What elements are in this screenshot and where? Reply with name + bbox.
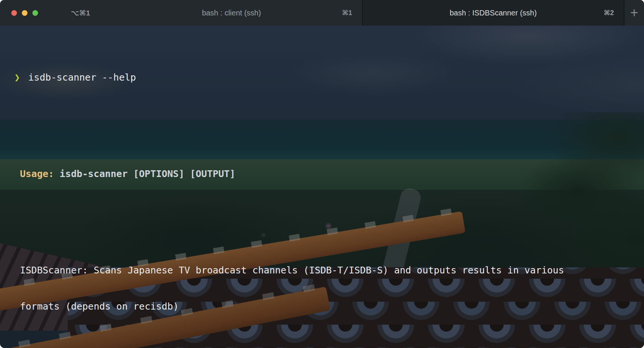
description-line: ISDBScanner: Scans Japanese TV broadcast… [14,264,619,276]
close-window-button[interactable] [11,10,17,16]
terminal-pane[interactable]: ❯ isdb-scanner --help Usage: isdb-scanne… [0,26,644,348]
tab-title: bash : ISDBScanner (ssh) [450,9,537,17]
tab-title: bash : client (ssh) [202,9,261,17]
prompt-line: ❯ isdb-scanner --help [14,72,619,84]
prompt-chevron-icon: ❯ [14,72,20,84]
traffic-light-zone [0,0,71,26]
minimize-window-button[interactable] [22,10,27,16]
tab-shortcut-label: ⌘1 [342,9,352,17]
tab-bash-isdbscanner[interactable]: bash : ISDBScanner (ssh) ⌘2 [363,0,624,26]
tab-bar: ⌥⌘1 bash : client (ssh) ⌘1 bash : ISDBSc… [0,0,644,26]
usage-syntax: isdb-scanner [OPTIONS] [OUTPUT] [60,168,235,180]
tab-shortcut-label: ⌘2 [604,9,614,17]
usage-label: Usage: [20,168,54,180]
usage-line: Usage: isdb-scanner [OPTIONS] [OUTPUT] [14,168,619,180]
blank-line [14,120,619,132]
tab-bash-client[interactable]: bash : client (ssh) ⌘1 [101,0,362,26]
blank-line [14,216,619,228]
description-line: formats (depends on recisdb) [14,301,619,313]
terminal-output: ❯ isdb-scanner --help Usage: isdb-scanne… [0,26,644,348]
new-tab-button[interactable]: + [624,0,644,26]
terminal-window: ⌥⌘1 bash : client (ssh) ⌘1 bash : ISDBSc… [0,0,644,348]
window-shortcut-label: ⌥⌘1 [71,0,101,26]
command-text: isdb-scanner --help [28,72,136,84]
zoom-window-button[interactable] [32,10,38,16]
